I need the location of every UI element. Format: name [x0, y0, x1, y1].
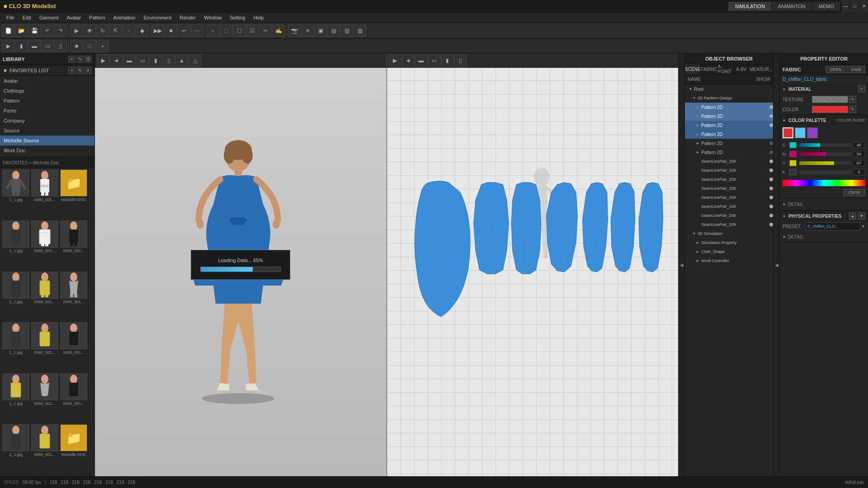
lib-item-pants[interactable]: Pants [0, 106, 94, 116]
window-close[interactable]: ✕ [859, 0, 868, 13]
save-button[interactable]: SAVE [847, 66, 865, 73]
tool-save[interactable]: 💾 [28, 24, 41, 37]
fav-btn-add[interactable]: + [68, 67, 75, 74]
tree-item-pattern2d-3[interactable]: ► Pattern 2D [685, 121, 773, 130]
lib-item-source[interactable]: Source [0, 126, 94, 136]
thumb-item[interactable]: 📁 Michelle DOC [60, 169, 88, 220]
tab-memo[interactable]: MEMO [812, 2, 841, 11]
3d-viewport[interactable]: ▶ ◄ ▬ ▭ ▮ ▯ ▲ △ [95, 53, 387, 476]
tree-item-3d-sim[interactable]: ▼ 3D Simulation [685, 229, 773, 238]
lib-item-michelle-source[interactable]: Michelle Source [0, 136, 94, 145]
thumb-item[interactable]: 0060_001... [60, 373, 88, 423]
tool-select[interactable]: ▶ [70, 24, 83, 37]
tool-undo[interactable]: ↶ [41, 24, 54, 37]
tool2-sim3[interactable]: ▬ [28, 40, 41, 52]
2d-tool2[interactable]: ◄ [402, 54, 415, 67]
thumb-item[interactable]: 1_1.jpg [2, 221, 30, 271]
tool-extra3[interactable]: ▥ [340, 24, 353, 37]
2d-tool5[interactable]: ▮ [441, 54, 454, 67]
tool-move[interactable]: ✚ [83, 24, 96, 37]
tool-extra1[interactable]: ▣ [314, 24, 327, 37]
phys-btn2[interactable]: ▼ [858, 212, 865, 220]
thumb-item[interactable]: 1_1.jpg [2, 424, 30, 474]
color-edit-btn[interactable]: ✎ [849, 106, 856, 113]
tool2-a1[interactable]: ■ [70, 40, 83, 52]
tab-animation[interactable]: ANIMAITON [772, 2, 812, 11]
3d-tool5[interactable]: ▮ [149, 54, 162, 67]
cmyk-c-input[interactable] [853, 142, 865, 148]
collapse-btn-right[interactable]: ◀ [773, 53, 779, 476]
tool2-sim5[interactable]: ▯ [54, 40, 67, 52]
lib-item-clothings[interactable]: Clothings [0, 86, 94, 96]
color-spectrum[interactable] [783, 180, 865, 186]
3d-tool8[interactable]: △ [189, 54, 201, 67]
tool2-sim1[interactable]: ▶ [2, 40, 14, 52]
lib-item-pattern[interactable]: Pattern [0, 96, 94, 106]
thumb-item[interactable]: 0060_001... [60, 322, 88, 372]
obj-tab-measur[interactable]: MEASUR... [750, 64, 773, 74]
tree-item-pattern2d-4[interactable]: ► Pattern 2D [685, 130, 773, 139]
3d-tool3[interactable]: ▬ [123, 54, 136, 67]
menu-edit[interactable]: Edit [19, 14, 35, 21]
menu-help[interactable]: Help [250, 14, 268, 21]
cmyk-button[interactable]: CMYK [844, 189, 865, 196]
obj-tab-scene[interactable]: SCENE [685, 64, 701, 74]
tree-item-pattern2d-2[interactable]: ► Pattern 2D [685, 112, 773, 121]
tree-item-seam-6[interactable]: SeamLinePair_339 [685, 202, 773, 211]
library-icon3[interactable]: ☰ [85, 56, 92, 63]
tree-item-seam-7[interactable]: SeamLinePair_339 [685, 211, 773, 220]
tree-item-cloth-shape[interactable]: ► Cloth_Shape [685, 247, 773, 256]
tool-scale[interactable]: ⇱ [109, 24, 122, 37]
tool-camera[interactable]: 📷 [288, 24, 301, 37]
color-guide-label[interactable]: COLOR GUIDE [837, 118, 865, 122]
tool-redo[interactable]: ↷ [54, 24, 67, 37]
color-swatch-red[interactable] [783, 127, 793, 138]
fav-btn-edit[interactable]: ✎ [76, 67, 84, 74]
fav-btn-del[interactable]: ✕ [85, 67, 92, 74]
3d-tool6[interactable]: ▯ [162, 54, 175, 67]
tool-measure[interactable]: ⋯ [191, 24, 203, 37]
window-restore[interactable]: □ [850, 0, 859, 13]
thumb-item[interactable]: 1_1.jpg [2, 272, 30, 322]
tree-item-seam-1[interactable]: SeamLinePair_339 [685, 157, 773, 166]
tool-simulate[interactable]: ▶▶ [151, 24, 164, 37]
color-swatch[interactable] [812, 106, 848, 113]
tool-cut[interactable]: ✂ [259, 24, 272, 37]
menu-avatar[interactable]: Avatar [63, 14, 85, 21]
open-button[interactable]: OPEN [826, 66, 845, 73]
menu-setting[interactable]: Setting [226, 14, 249, 21]
thumb-item[interactable]: 0060_001... [31, 272, 59, 322]
menu-render[interactable]: Render [176, 14, 199, 21]
cmyk-k-input[interactable] [853, 169, 865, 175]
thumb-item[interactable]: 0060_001... [60, 221, 88, 271]
tab-simulation[interactable]: SIMULATION [728, 2, 771, 11]
menu-animation[interactable]: Animation [110, 14, 139, 21]
tool-open[interactable]: 📂 [15, 24, 28, 37]
thumb-item[interactable]: 1_1.jpg [2, 169, 30, 220]
obj-tab-abv[interactable]: A-BV [734, 64, 750, 74]
menu-pattern[interactable]: Pattern [85, 14, 108, 21]
menu-environment[interactable]: Environment [140, 14, 175, 21]
tool-cloth[interactable]: ◆ [136, 24, 148, 37]
menu-file[interactable]: File [3, 14, 18, 21]
tool2-sim4[interactable]: ▭ [41, 40, 54, 52]
lib-item-company[interactable]: Company [0, 116, 94, 126]
tree-item-seam-5[interactable]: SeamLinePair_339 [685, 193, 773, 202]
tool-extra2[interactable]: ▤ [327, 24, 340, 37]
library-icon1[interactable]: + [68, 56, 75, 63]
lib-item-work-doc[interactable]: Work Doc [0, 145, 94, 155]
tool2-a2[interactable]: □ [83, 40, 96, 52]
thumb-item[interactable]: 1_1.jpg [2, 373, 30, 423]
3d-tool7[interactable]: ▲ [175, 54, 188, 67]
tool-seam[interactable]: ☑ [246, 24, 259, 37]
obj-tab-fabric[interactable]: FABRIC [701, 64, 717, 74]
thumb-item[interactable]: CLO 0060_001... [31, 169, 59, 220]
tree-item-pattern2d-6[interactable]: ► Pattern 2D [685, 148, 773, 157]
tool2-sim2[interactable]: ▮ [15, 40, 28, 52]
tool-fold[interactable]: ◌ [220, 24, 232, 37]
thumb-item[interactable]: 1_1.jpg [2, 322, 30, 372]
tree-item-seam-4[interactable]: SeamLinePair_339 [685, 184, 773, 193]
2d-viewport[interactable]: ▶ ◄ ▬ ▭ ▮ ▯ [387, 53, 679, 476]
preset-dropdown-icon[interactable]: ▼ [861, 224, 865, 229]
thumb-item[interactable]: 0060_001... [31, 424, 59, 474]
